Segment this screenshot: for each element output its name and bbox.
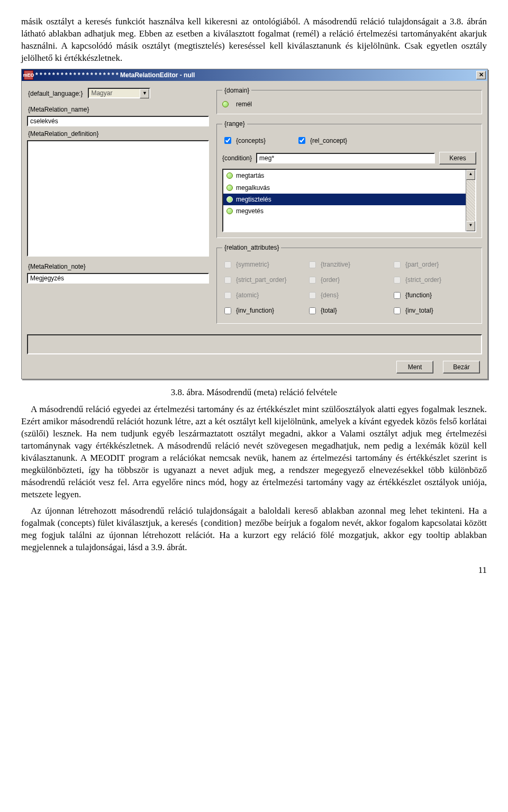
meta-relation-editor-window: mEO * * * * * * * * * * * * * * * * * * …: [21, 69, 488, 379]
concepts-checkbox-label: {concepts}: [236, 136, 266, 145]
chevron-down-icon[interactable]: ▼: [140, 89, 149, 98]
scroll-track[interactable]: [466, 180, 475, 221]
right-panel: {domain} remél {range} {concepts}: [216, 86, 482, 329]
rel-concept-checkbox[interactable]: {rel_concept}: [296, 135, 347, 145]
range-legend: {range}: [222, 120, 247, 128]
concept-icon: [226, 196, 233, 203]
meta-relation-definition-label: {MetaRelation_definition}: [28, 130, 209, 138]
meta-relation-note-input[interactable]: [27, 273, 209, 284]
scroll-up-icon[interactable]: ▲: [466, 170, 475, 180]
status-bar: [27, 334, 482, 354]
domain-fieldset: {domain} remél: [216, 86, 482, 114]
list-item-label: megalkuvás: [236, 184, 270, 192]
page-number: 11: [21, 564, 487, 577]
default-language-label: {default_language:}: [28, 89, 83, 98]
relation-attributes-legend: {relation_attributes}: [222, 243, 281, 252]
close-button[interactable]: Bezár: [443, 361, 480, 373]
order-checkbox: {order}: [307, 275, 382, 285]
range-fieldset: {range} {concepts} {rel_concept} {condit…: [216, 120, 482, 238]
total-checkbox[interactable]: {total}: [307, 306, 382, 316]
list-item[interactable]: megvetés: [223, 205, 466, 217]
window-title: * * * * * * * * * * * * * * * * * * * * …: [35, 71, 476, 79]
symmetric-checkbox: {symmetric}: [222, 260, 297, 270]
concept-icon: [222, 101, 229, 107]
scroll-down-icon[interactable]: ▼: [466, 221, 475, 231]
strict-order-checkbox: {strict_order}: [392, 275, 467, 285]
dens-checkbox: {dens}: [307, 290, 382, 300]
concept-icon: [226, 185, 233, 191]
body-paragraph-3: Az újonnan létrehozott másodrendű reláci…: [21, 505, 487, 554]
condition-label: {condition}: [222, 154, 252, 162]
list-item-label: megvetés: [236, 207, 264, 215]
list-item-label: megtartás: [236, 171, 264, 180]
domain-value: remél: [236, 100, 252, 108]
body-paragraph-2: A másodrendű reláció egyedei az értelmez…: [21, 404, 487, 501]
concepts-checkbox[interactable]: {concepts}: [222, 135, 266, 145]
atomic-checkbox: {atomic}: [222, 290, 297, 300]
meta-relation-definition-textarea[interactable]: [27, 140, 209, 257]
close-icon[interactable]: ✕: [476, 71, 486, 79]
relation-attributes-fieldset: {relation_attributes} {symmetric} {tranz…: [216, 243, 482, 323]
rel-concept-checkbox-label: {rel_concept}: [310, 136, 347, 145]
inv-total-checkbox[interactable]: {inv_total}: [392, 306, 467, 316]
figure-caption: 3.8. ábra. Másodrendű (meta) reláció fel…: [21, 387, 487, 399]
list-item[interactable]: megtartás: [223, 170, 466, 181]
left-panel: {default_language:} ▼ {MetaRelation_name…: [27, 86, 209, 329]
search-button[interactable]: Keres: [439, 152, 476, 165]
scrollbar[interactable]: ▲ ▼: [466, 170, 475, 231]
meta-relation-note-label: {MetaRelation_note}: [28, 262, 209, 271]
function-checkbox[interactable]: {function}: [392, 290, 467, 300]
body-paragraph-1: másik osztályt a keresés funkciót haszná…: [21, 16, 487, 65]
meta-relation-name-input[interactable]: [27, 116, 209, 126]
domain-legend: {domain}: [222, 86, 251, 95]
client-area: {default_language:} ▼ {MetaRelation_name…: [22, 81, 487, 379]
search-results-listbox[interactable]: megtartásmegalkuvásmegtisztelésmegvetés …: [222, 169, 476, 232]
list-item[interactable]: megtisztelés: [223, 194, 466, 205]
part-order-checkbox: {part_order}: [392, 260, 467, 270]
list-item[interactable]: megalkuvás: [223, 182, 466, 194]
inv-function-checkbox[interactable]: {inv_function}: [222, 306, 297, 316]
save-button[interactable]: Ment: [396, 361, 433, 373]
tranzitive-checkbox: {tranzitive}: [307, 260, 382, 270]
titlebar: mEO * * * * * * * * * * * * * * * * * * …: [22, 69, 487, 81]
meta-relation-name-label: {MetaRelation_name}: [28, 105, 209, 114]
concept-icon: [226, 172, 233, 179]
condition-input[interactable]: [256, 153, 435, 163]
list-item-label: megtisztelés: [236, 195, 271, 204]
concept-icon: [226, 208, 233, 214]
app-icon: mEO: [24, 70, 33, 80]
default-language-combo[interactable]: ▼: [88, 88, 150, 98]
strict-part-order-checkbox: {strict_part_order}: [222, 275, 297, 285]
